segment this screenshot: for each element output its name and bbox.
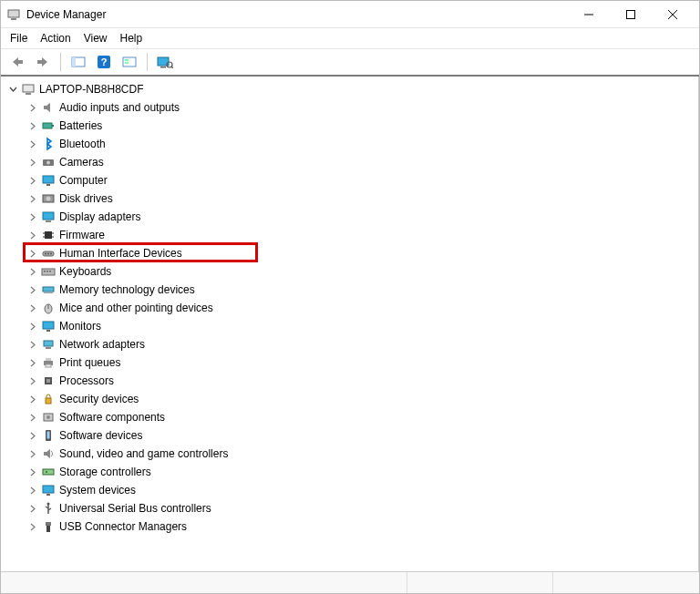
tree-item[interactable]: Network adapters	[26, 335, 696, 353]
chevron-right-icon[interactable]	[26, 174, 39, 187]
menu-view[interactable]: View	[84, 32, 108, 45]
tree-item[interactable]: Storage controllers	[26, 463, 696, 481]
svg-rect-20	[52, 125, 54, 127]
chevron-right-icon[interactable]	[26, 320, 39, 333]
software-device-icon	[41, 428, 56, 443]
tree-item-label: Monitors	[59, 320, 101, 333]
tree-item[interactable]: Batteries	[26, 117, 696, 135]
chevron-right-icon[interactable]	[26, 356, 39, 369]
tree-item[interactable]: Sound, video and game controllers	[26, 445, 696, 463]
svg-rect-24	[46, 184, 50, 186]
chevron-right-icon[interactable]	[26, 119, 39, 132]
chevron-right-icon[interactable]	[26, 374, 39, 387]
chevron-right-icon[interactable]	[26, 192, 39, 205]
bluetooth-icon	[41, 137, 56, 151]
usb-connector-icon	[41, 519, 56, 534]
help-button[interactable]: ?	[93, 52, 115, 72]
tree-item[interactable]: Disk drives	[26, 189, 696, 208]
tree-item[interactable]: Human Interface Devices	[26, 244, 696, 262]
tree-item[interactable]: Processors	[26, 372, 696, 390]
chevron-right-icon[interactable]	[26, 283, 39, 296]
tree-item[interactable]: Monitors	[26, 317, 696, 335]
svg-rect-52	[46, 364, 51, 367]
menu-action[interactable]: Action	[40, 32, 70, 45]
chevron-right-icon[interactable]	[26, 429, 39, 442]
tree-item[interactable]: System devices	[26, 481, 696, 499]
chevron-right-icon[interactable]	[26, 156, 39, 169]
tree-item-label: Software components	[59, 411, 165, 424]
chip-icon	[41, 228, 56, 242]
tree-item[interactable]: Computer	[26, 171, 696, 189]
svg-rect-55	[46, 398, 51, 404]
chevron-down-icon[interactable]	[6, 83, 19, 96]
menu-help[interactable]: Help	[120, 32, 143, 45]
battery-icon	[41, 118, 56, 133]
tree-item[interactable]: Bluetooth	[26, 135, 696, 153]
maximize-button[interactable]	[610, 1, 652, 28]
toolbar-separator	[147, 53, 148, 71]
tree-item-label: Bluetooth	[59, 138, 106, 150]
svg-rect-7	[72, 57, 76, 67]
chevron-right-icon[interactable]	[26, 393, 39, 405]
back-button[interactable]	[6, 52, 28, 72]
show-hide-tree-button[interactable]	[67, 52, 89, 72]
chevron-right-icon[interactable]	[26, 302, 39, 314]
chevron-right-icon[interactable]	[26, 484, 39, 497]
svg-rect-43	[44, 292, 53, 293]
svg-rect-47	[46, 330, 50, 332]
chevron-right-icon[interactable]	[26, 229, 39, 241]
storage-controller-icon	[41, 465, 56, 479]
tree-item-label: Batteries	[59, 119, 102, 132]
tree-item[interactable]: Universal Serial Bus controllers	[26, 499, 696, 517]
chevron-right-icon[interactable]	[26, 447, 39, 460]
tree-item[interactable]: Print queues	[26, 353, 696, 372]
system-device-icon	[41, 483, 56, 497]
display-adapter-icon	[41, 210, 56, 224]
tree-item[interactable]: USB Connector Managers	[26, 517, 696, 536]
tree-item[interactable]: Security devices	[26, 390, 696, 408]
tree-item[interactable]: Software components	[26, 408, 696, 426]
menu-file[interactable]: File	[10, 32, 27, 45]
tree-item[interactable]: Cameras	[26, 153, 696, 171]
chevron-right-icon[interactable]	[26, 466, 39, 478]
software-component-icon	[41, 410, 56, 425]
tree-item[interactable]: Firmware	[26, 226, 696, 244]
sound-icon	[41, 446, 56, 461]
statusbar	[1, 571, 699, 593]
scan-hardware-button[interactable]	[154, 52, 176, 72]
tree-item[interactable]: Memory technology devices	[26, 281, 696, 299]
svg-point-57	[46, 415, 50, 419]
tree-item[interactable]: Software devices	[26, 426, 696, 445]
forward-button[interactable]	[32, 52, 54, 72]
tree-item[interactable]: Display adapters	[26, 208, 696, 226]
close-button[interactable]	[652, 1, 694, 28]
svg-rect-3	[627, 10, 635, 18]
chevron-right-icon[interactable]	[26, 520, 39, 533]
device-tree[interactable]: LAPTOP-NB8H8CDF Audio inputs and outputs…	[1, 77, 699, 571]
root-label: LAPTOP-NB8H8CDF	[39, 83, 143, 96]
tree-root-node[interactable]: LAPTOP-NB8H8CDF	[6, 80, 696, 98]
tree-item[interactable]: Audio inputs and outputs	[26, 98, 696, 117]
tree-item[interactable]: Keyboards	[26, 262, 696, 281]
minimize-button[interactable]	[568, 1, 610, 28]
svg-point-65	[47, 503, 50, 506]
svg-point-35	[45, 253, 46, 255]
status-cell-1	[1, 572, 407, 593]
chevron-right-icon[interactable]	[26, 101, 39, 114]
memory-icon	[41, 282, 56, 297]
chevron-right-icon[interactable]	[26, 502, 39, 515]
chevron-right-icon[interactable]	[26, 210, 39, 223]
properties-button[interactable]	[118, 52, 140, 72]
svg-point-37	[50, 253, 52, 255]
tree-item-label: Computer	[59, 174, 108, 187]
chevron-right-icon[interactable]	[26, 247, 39, 260]
chevron-right-icon[interactable]	[26, 138, 39, 150]
chevron-right-icon[interactable]	[26, 338, 39, 351]
monitor-icon	[41, 319, 56, 333]
mouse-icon	[41, 301, 56, 315]
chevron-right-icon[interactable]	[26, 411, 39, 424]
svg-rect-42	[43, 287, 54, 292]
chevron-right-icon[interactable]	[26, 265, 39, 278]
tree-item[interactable]: Mice and other pointing devices	[26, 299, 696, 317]
svg-rect-23	[43, 176, 54, 183]
